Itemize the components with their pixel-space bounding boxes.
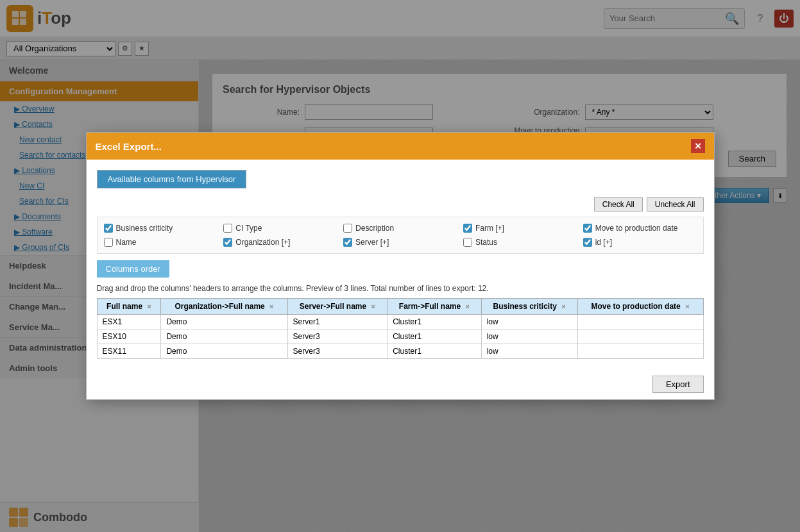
modal-header: Excel Export... ✕ (87, 133, 714, 160)
check-id: id [+] (583, 238, 697, 247)
cell-esx11-org: Demo (161, 344, 287, 359)
checkbox-label-move-to-production: Move to production date (595, 224, 678, 233)
col-close-server-full-name[interactable]: × (371, 303, 375, 310)
columns-checkboxes: Business criticity CI Type Description F… (97, 217, 704, 254)
preview-table-body: ESX1 Demo Server1 Cluster1 low ESX10 Dem… (97, 315, 703, 359)
col-close-move-production[interactable]: × (685, 303, 689, 310)
modal-close-button[interactable]: ✕ (691, 139, 705, 153)
cell-esx1-name: ESX1 (97, 315, 161, 329)
modal-footer: Export (87, 369, 714, 399)
check-server: Server [+] (343, 238, 457, 247)
cell-esx1-business: low (481, 315, 577, 329)
checkbox-name[interactable] (104, 238, 113, 247)
checkbox-organization[interactable] (223, 238, 232, 247)
cell-esx1-org: Demo (161, 315, 287, 329)
preview-table: Full name × Organization->Full name × Se… (97, 298, 704, 359)
cell-esx11-business: low (481, 344, 577, 359)
checkbox-description[interactable] (343, 224, 352, 233)
checkbox-id[interactable] (583, 238, 592, 247)
preview-table-header-row: Full name × Organization->Full name × Se… (97, 299, 703, 315)
checkbox-ci-type[interactable] (223, 224, 232, 233)
preview-row-3: ESX11 Demo Server3 Cluster1 low (97, 344, 703, 359)
check-description: Description (343, 224, 457, 233)
check-name: Name (104, 238, 217, 247)
checkbox-label-ci-type: CI Type (235, 224, 262, 233)
col-server-full-name[interactable]: Server->Full name × (287, 299, 387, 315)
check-farm: Farm [+] (463, 224, 577, 233)
preview-row-1: ESX1 Demo Server1 Cluster1 low (97, 315, 703, 329)
uncheck-all-button[interactable]: Uncheck All (647, 197, 704, 212)
checkbox-label-description: Description (355, 224, 394, 233)
excel-export-modal: Excel Export... ✕ Available columns from… (86, 132, 715, 400)
tab-available-columns[interactable]: Available columns from Hypervisor (97, 170, 247, 188)
checkbox-business-criticity[interactable] (104, 224, 113, 233)
tab-bar: Available columns from Hypervisor (97, 170, 704, 188)
check-organization: Organization [+] (223, 238, 337, 247)
checkbox-server[interactable] (343, 238, 352, 247)
cell-esx10-org: Demo (161, 329, 287, 344)
col-full-name[interactable]: Full name × (97, 299, 161, 315)
col-business-criticity[interactable]: Business criticity × (481, 299, 577, 315)
cell-esx1-move (577, 315, 703, 329)
col-close-business-criticity[interactable]: × (561, 303, 565, 310)
cell-esx1-farm: Cluster1 (387, 315, 481, 329)
cell-esx11-server: Server3 (287, 344, 387, 359)
check-ci-type: CI Type (223, 224, 337, 233)
col-move-production[interactable]: Move to production date × (577, 299, 703, 315)
checkbox-label-business-criticity: Business criticity (116, 224, 173, 233)
cell-esx11-name: ESX11 (97, 344, 161, 359)
cell-esx1-server: Server1 (287, 315, 387, 329)
cell-esx11-farm: Cluster1 (387, 344, 481, 359)
checkbox-farm[interactable] (463, 224, 472, 233)
preview-row-2: ESX10 Demo Server3 Cluster1 low (97, 329, 703, 344)
checkbox-label-server: Server [+] (355, 238, 389, 247)
cell-esx10-farm: Cluster1 (387, 329, 481, 344)
cell-esx10-server: Server3 (287, 329, 387, 344)
check-move-to-production: Move to production date (583, 224, 697, 233)
checkbox-label-name: Name (116, 238, 137, 247)
export-button[interactable]: Export (652, 376, 704, 393)
checkbox-label-farm: Farm [+] (475, 224, 504, 233)
cell-esx10-move (577, 329, 703, 344)
check-all-row: Check All Uncheck All (97, 197, 704, 212)
modal-overlay: Excel Export... ✕ Available columns from… (0, 0, 800, 532)
checkbox-move-to-production[interactable] (583, 224, 592, 233)
col-close-org-full-name[interactable]: × (269, 303, 273, 310)
col-close-full-name[interactable]: × (147, 303, 151, 310)
checkbox-label-organization: Organization [+] (235, 238, 290, 247)
cell-esx11-move (577, 344, 703, 359)
columns-order-button[interactable]: Columns order (97, 260, 169, 278)
checkbox-status[interactable] (463, 238, 472, 247)
check-all-button[interactable]: Check All (594, 197, 643, 212)
modal-title: Excel Export... (96, 141, 162, 152)
col-farm-full-name[interactable]: Farm->Full name × (387, 299, 481, 315)
checkbox-label-status: Status (475, 238, 497, 247)
modal-body: Available columns from Hypervisor Check … (87, 160, 714, 369)
cell-esx10-name: ESX10 (97, 329, 161, 344)
cell-esx10-business: low (481, 329, 577, 344)
checkbox-label-id: id [+] (595, 238, 612, 247)
col-org-full-name[interactable]: Organization->Full name × (161, 299, 287, 315)
drag-drop-info: Drag and drop the columns' headers to ar… (97, 284, 704, 293)
check-business-criticity: Business criticity (104, 224, 217, 233)
col-close-farm-full-name[interactable]: × (466, 303, 470, 310)
check-status: Status (463, 238, 577, 247)
